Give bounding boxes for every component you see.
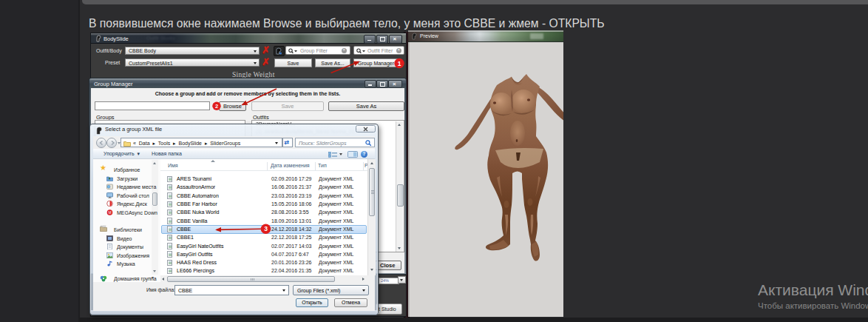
svg-text:2: 2 (215, 103, 218, 110)
svg-text:1: 1 (398, 60, 401, 67)
svg-text:3: 3 (264, 225, 268, 232)
